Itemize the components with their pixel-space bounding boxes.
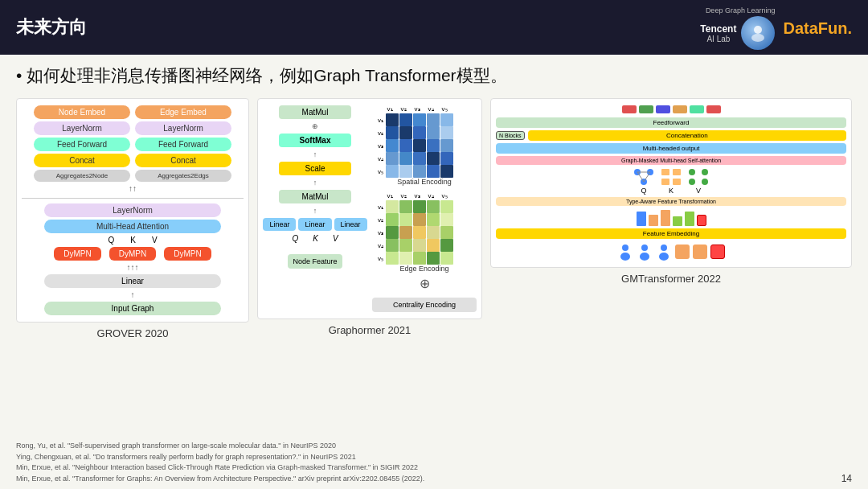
bar-4: [673, 216, 682, 226]
header: 未来方向 Deep Graph Learning Tencent AI Lab …: [0, 0, 868, 55]
agg1-block: Aggregates2Node: [34, 170, 130, 182]
color-rect-6: [706, 105, 721, 113]
svg-rect-11: [673, 179, 681, 185]
gmt-masked-block: Graph-Masked Multi-head Self-attention: [496, 156, 846, 165]
graphormer-inner: MatMul ⊕ SoftMax ↑ Scale ↑ MatMul ↑ Line…: [263, 105, 477, 312]
svg-point-16: [622, 244, 628, 251]
bar-5: [685, 212, 694, 226]
edge-embed-block: Edge Embed: [135, 105, 231, 119]
color-rect-3: [656, 105, 670, 113]
svg-point-1: [751, 34, 764, 42]
linear-k-block: Linear: [298, 218, 331, 231]
graphormer-left: MatMul ⊕ SoftMax ↑ Scale ↑ MatMul ↑ Line…: [263, 105, 367, 269]
gmt-feature-bars: [496, 208, 846, 226]
svg-line-7: [644, 172, 650, 182]
spatial-row-1: v₁: [372, 113, 477, 126]
edge-title: Edge Encoding: [372, 265, 477, 273]
dympn-row: DyMPN DyMPN DyMPN: [54, 247, 211, 261]
gmt-concat-block: Concatenation: [528, 130, 846, 141]
subtitle: • 如何处理非消息传播图神经网络，例如Graph Transformer模型。: [16, 64, 852, 87]
svg-point-15: [702, 179, 708, 185]
qkv-row: Q K V: [44, 236, 221, 244]
gmt-box: Feedforward N Blocks Concatenation Multi…: [490, 98, 852, 268]
grover-inner: Node Embed LayerNorm Feed Forward Concat…: [22, 105, 244, 315]
edge-row-5: v₅: [372, 252, 477, 265]
multihead-block: Multi-Head Attention: [44, 220, 221, 233]
gmt-feedforward-block: Feedforward: [496, 117, 846, 128]
gq-label: Q: [292, 234, 298, 243]
logo-area: Deep Graph Learning Tencent AI Lab DataF…: [700, 6, 852, 50]
svg-point-12: [689, 169, 695, 175]
svg-point-18: [641, 244, 648, 251]
gmt-feedforward-row: Feedforward: [496, 117, 846, 128]
product-icon-2: [693, 244, 707, 259]
gmt-multihead-row: Multi-headed output: [496, 143, 846, 154]
tencent-label: Tencent: [700, 23, 736, 35]
gmt-embedding-block: Feature Embedding: [496, 228, 846, 239]
bar-3: [661, 210, 670, 226]
centrality-box: Centrality Encoding: [372, 298, 477, 312]
product-icon-1: [675, 244, 690, 259]
gmt-masked-row: Graph-Masked Multi-head Self-attention: [496, 156, 846, 165]
graphormer-box: MatMul ⊕ SoftMax ↑ Scale ↑ MatMul ↑ Line…: [257, 98, 482, 319]
linear-block: Linear: [44, 274, 221, 288]
ref-2: Ying, Chengxuan, et al. "Do transformers…: [16, 452, 852, 463]
svg-point-13: [702, 169, 708, 175]
subtitle-text: • 如何处理非消息传播图神经网络，例如Graph Transformer模型。: [16, 64, 507, 87]
k-label: K: [130, 236, 136, 244]
concat1-block: Concat: [34, 154, 130, 167]
layernorm3-block: LayerNorm: [44, 203, 221, 217]
nblocks-badge: N Blocks: [496, 131, 525, 140]
gmt-type-block: Type-Aware Feature Transformation: [496, 197, 846, 206]
color-rect-1: [622, 105, 637, 113]
person-icon-2: [637, 243, 653, 261]
product-icon-3: [710, 244, 725, 259]
gmt-person-icons-row: [496, 243, 846, 261]
feedforward2-block: Feed Forward: [135, 138, 231, 151]
svg-point-20: [661, 244, 667, 251]
grover-bottom: LayerNorm Multi-Head Attention Q K V DyM…: [22, 203, 244, 315]
separator: [22, 198, 244, 199]
spatial-title: Spatial Encoding: [372, 178, 477, 186]
svg-rect-10: [661, 179, 669, 185]
grover-diagram: Node Embed LayerNorm Feed Forward Concat…: [16, 98, 249, 339]
edge-row-4: v₄: [372, 239, 477, 252]
person-icon-3: [656, 243, 672, 261]
spatial-col-labels: v₁ v₂ v₃ v₄ v₅: [383, 105, 477, 113]
dympn2-block: DyMPN: [109, 247, 156, 261]
gv-label: V: [333, 234, 338, 243]
spatial-section: v₁ v₂ v₃ v₄ v₅ v₁: [372, 105, 477, 186]
spatial-row-2: v₂: [372, 126, 477, 139]
gmt-concat-row: N Blocks Concatenation: [496, 130, 846, 141]
matmul1-block: MatMul: [279, 105, 351, 119]
svg-rect-9: [673, 169, 681, 175]
layernorm2-block: LayerNorm: [135, 121, 231, 135]
edge-section: v₁ v₂ v₃ v₄ v₅ v₁: [372, 192, 477, 273]
gk-label: K: [313, 234, 318, 243]
node-feature-section: Node Feature: [288, 251, 342, 269]
linear-row: Linear Linear Linear: [263, 218, 366, 231]
graphormer-right: v₁ v₂ v₃ v₄ v₅ v₁: [372, 105, 477, 312]
svg-point-19: [640, 253, 649, 261]
input-block: Input Graph: [44, 302, 221, 315]
gmt-k-label: K: [669, 187, 674, 195]
grover-title: GROVER 2020: [16, 327, 249, 339]
softmax-block: SoftMax: [279, 134, 351, 147]
dympn1-block: DyMPN: [54, 247, 100, 261]
svg-point-0: [754, 26, 762, 34]
gmt-qkv-row: Q K V: [496, 167, 846, 195]
arrow2: ↑↑↑: [127, 263, 139, 272]
gmt-inner: Feedforward N Blocks Concatenation Multi…: [496, 105, 846, 261]
bar-2: [649, 215, 658, 226]
ref-3: Min, Erxue, et al. "Neighbour Interactio…: [16, 462, 852, 474]
grover-col-right: Edge Embed LayerNorm Feed Forward Concat…: [135, 105, 231, 182]
node-graph-icon-v: [687, 167, 710, 185]
grover-top-cols: Node Embed LayerNorm Feed Forward Concat…: [22, 105, 244, 182]
qkv-labels: Q K V: [292, 234, 338, 243]
diagrams-row: Node Embed LayerNorm Feed Forward Concat…: [16, 98, 852, 339]
bar-1: [637, 212, 646, 226]
scale-block: Scale: [279, 162, 351, 175]
edge-row-2: v₂: [372, 213, 477, 226]
v-label: V: [152, 236, 158, 244]
spatial-row-4: v₄: [372, 152, 477, 165]
